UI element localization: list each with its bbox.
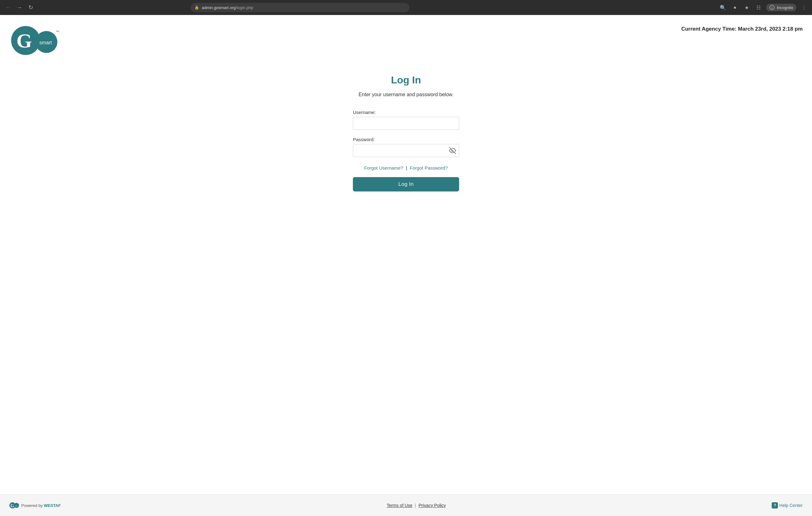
help-icon: ? xyxy=(772,502,778,509)
forgot-links: Forgot Username? | Forgot Password? xyxy=(353,165,459,171)
bookmark-icon[interactable]: ★ xyxy=(742,3,751,12)
svg-point-1 xyxy=(772,6,773,7)
back-button[interactable]: ← xyxy=(4,3,12,12)
password-group: Password: xyxy=(353,137,459,157)
forgot-username-link[interactable]: Forgot Username? xyxy=(364,165,403,171)
forgot-password-link[interactable]: Forgot Password? xyxy=(410,165,448,171)
agency-time: Current Agency Time: March 23rd, 2023 2:… xyxy=(682,21,803,32)
extension-icon[interactable]: ● xyxy=(730,3,739,12)
svg-text:™: ™ xyxy=(56,30,59,34)
browser-actions: 🔍 ● ★ ☷ Incognito ⋮ xyxy=(719,3,808,12)
footer-left: G smart Powered by WESTAF xyxy=(9,500,61,510)
footer-logo-icon: G smart xyxy=(9,500,19,510)
gosmart-logo: G smart ™ xyxy=(9,21,59,59)
login-subtitle: Enter your username and password below. xyxy=(358,91,453,98)
reader-mode-icon[interactable]: ☷ xyxy=(754,3,763,12)
menu-icon[interactable]: ⋮ xyxy=(800,3,808,12)
address-bar[interactable]: 🔒 admin.gosmart.org/login.php xyxy=(191,3,409,12)
logo-container: G smart ™ xyxy=(9,21,59,59)
url-text: admin.gosmart.org/login.php xyxy=(202,5,253,10)
page-header: G smart ™ Current Agency Time: March 23r… xyxy=(0,15,812,62)
footer-right: ? Help Center xyxy=(772,502,803,509)
footer-center: Terms of Use | Privacy Policy xyxy=(387,503,446,508)
svg-text:smart: smart xyxy=(39,40,52,45)
page-wrapper: G smart ™ Current Agency Time: March 23r… xyxy=(0,15,812,516)
username-input[interactable] xyxy=(353,117,459,130)
footer-divider: | xyxy=(415,503,416,508)
powered-by-text: Powered by WESTAF xyxy=(21,503,61,508)
terms-of-use-link[interactable]: Terms of Use xyxy=(387,503,412,508)
password-label: Password: xyxy=(353,137,459,142)
svg-text:G: G xyxy=(11,504,14,508)
main-content: Log In Enter your username and password … xyxy=(0,62,812,494)
privacy-policy-link[interactable]: Privacy Policy xyxy=(418,503,446,508)
forward-button[interactable]: → xyxy=(15,3,24,12)
incognito-label: Incognito xyxy=(777,5,793,10)
refresh-button[interactable]: ↻ xyxy=(26,3,35,12)
password-input[interactable] xyxy=(353,144,459,157)
username-group: Username: xyxy=(353,110,459,130)
incognito-badge[interactable]: Incognito xyxy=(766,4,796,11)
forgot-separator: | xyxy=(406,165,407,171)
westaf-link[interactable]: WESTAF xyxy=(44,503,61,508)
page-footer: G smart Powered by WESTAF Terms of Use |… xyxy=(0,494,812,516)
svg-text:G: G xyxy=(16,30,32,52)
search-icon[interactable]: 🔍 xyxy=(719,3,727,12)
help-center-label: Help Center xyxy=(779,503,803,508)
eye-off-icon xyxy=(449,147,456,154)
login-form: Username: Password: Forg xyxy=(353,110,459,191)
login-button[interactable]: Log In xyxy=(353,177,459,191)
svg-text:smart: smart xyxy=(15,505,18,507)
browser-chrome: ← → ↻ 🔒 admin.gosmart.org/login.php 🔍 ● … xyxy=(0,0,812,15)
login-title: Log In xyxy=(391,74,421,86)
svg-point-0 xyxy=(771,6,772,7)
password-wrapper xyxy=(353,144,459,157)
help-center-link[interactable]: ? Help Center xyxy=(772,502,803,509)
username-label: Username: xyxy=(353,110,459,115)
lock-icon: 🔒 xyxy=(195,5,199,10)
toggle-password-button[interactable] xyxy=(449,147,456,154)
